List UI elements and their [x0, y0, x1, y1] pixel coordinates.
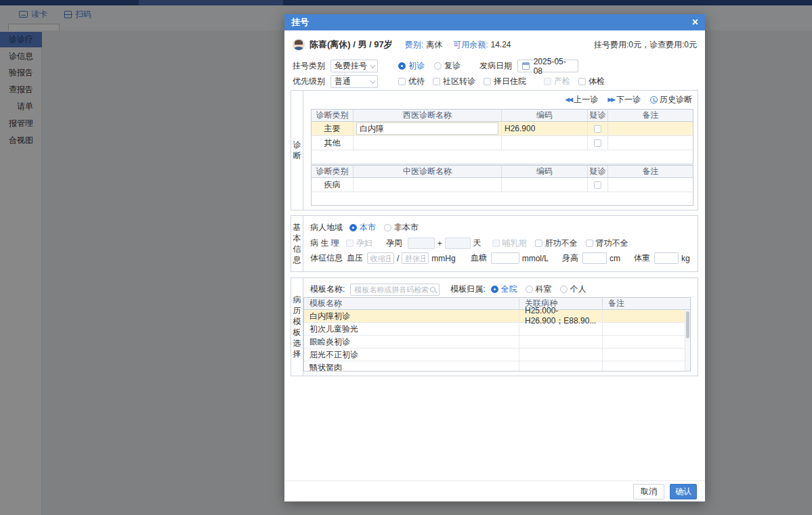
- history-diagnosis-link[interactable]: 历史诊断: [650, 94, 692, 106]
- liver-dysfunction-label: 肝功不全: [545, 238, 578, 249]
- scheduled-admission-label: 择日住院: [494, 76, 526, 87]
- physiology-row: 病 生 理 孕妇 孕周 + 天 哺乳期 肝功不全 肾功不全: [310, 237, 692, 250]
- lactation-label: 哺乳期: [503, 238, 527, 249]
- template-group-label: 病历模板选择: [291, 278, 303, 376]
- other-suspected-checkbox[interactable]: [594, 139, 601, 147]
- balance-label: 可用余额:: [453, 39, 488, 51]
- kidney-dysfunction-checkbox[interactable]: [586, 240, 593, 247]
- onset-date-label: 发病日期: [479, 60, 512, 72]
- height-input[interactable]: [582, 252, 607, 264]
- template-row-blepharitis[interactable]: 眼睑炎初诊: [304, 336, 690, 349]
- gestation-week-label: 孕周: [386, 238, 402, 249]
- physiology-label: 病 生 理: [310, 238, 339, 249]
- table-row-other-diagnosis[interactable]: 其他: [312, 136, 693, 150]
- template-table-scrollbar[interactable]: [685, 310, 690, 371]
- diagnosis-group: 诊断 ◀◀ 上一诊 ▶▶ 下一诊 历史诊断 诊断类别: [291, 90, 698, 210]
- priority-row: 优先级别 普通 优待 社区转诊 择日住院 产检 体检: [293, 75, 605, 88]
- diastolic-input[interactable]: [402, 252, 429, 264]
- close-icon[interactable]: ×: [692, 17, 698, 28]
- bp-unit-label: mmHg: [431, 254, 455, 263]
- confirm-button[interactable]: 确认: [670, 484, 697, 499]
- first-visit-label: 初诊: [408, 60, 425, 72]
- kidney-dysfunction-label: 肾功不全: [596, 238, 628, 249]
- owner-personal-radio[interactable]: [560, 286, 568, 293]
- reg-type-select[interactable]: 免费挂号: [330, 60, 378, 72]
- template-table: 模板名称 关联病种 备注 白内障初诊 H25.000-H26.900；E88.9…: [303, 297, 691, 372]
- template-row-child-optometry[interactable]: 初次儿童验光: [304, 323, 690, 336]
- fee-type-label: 费别:: [405, 39, 423, 51]
- dialog-header: 挂号 ×: [284, 14, 705, 30]
- tcm-suspected-checkbox[interactable]: [594, 181, 601, 189]
- template-table-header: 模板名称 关联病种 备注: [304, 298, 690, 310]
- chevron-down-icon: [370, 62, 375, 68]
- clock-icon: [650, 96, 658, 104]
- day-unit-label: 天: [473, 238, 482, 249]
- tcm-diagnosis-table: 诊断类别 中医诊断名称 编码 疑诊 备注 疾病: [311, 165, 693, 206]
- city-label: 本市: [360, 222, 376, 233]
- priority-select[interactable]: 普通: [330, 75, 378, 88]
- patient-name: 陈喜(离休) / 男 / 97岁: [309, 39, 393, 51]
- dialog-footer: 取消 确认: [284, 480, 705, 501]
- reg-type-label: 挂号类别: [293, 60, 325, 72]
- physical-exam-checkbox[interactable]: [578, 78, 586, 85]
- noncity-radio[interactable]: [384, 224, 391, 231]
- scrollbar-thumb[interactable]: [686, 311, 689, 338]
- template-search-input[interactable]: [354, 286, 430, 294]
- vitals-label: 体征信息: [310, 252, 343, 264]
- community-referral-label: 社区转诊: [443, 76, 475, 87]
- prev-visit-link[interactable]: ◀◀ 上一诊: [565, 94, 598, 106]
- liver-dysfunction-checkbox[interactable]: [535, 240, 542, 247]
- scheduled-admission-checkbox[interactable]: [484, 78, 491, 85]
- prenatal-checkbox: [544, 78, 551, 85]
- onset-date-input[interactable]: 2025-05-08: [517, 60, 578, 72]
- owner-dept-label: 科室: [536, 284, 552, 295]
- template-group: 病历模板选择 模板名称: 模板归属: 全院 科室 个人 模板名称 关联病种: [291, 277, 698, 376]
- table-row-disease-diagnosis[interactable]: 疾病: [312, 178, 693, 192]
- registration-type-row: 挂号类别 免费挂号 初诊 复诊 发病日期 2025-05-08: [293, 60, 578, 72]
- template-row-pterygium[interactable]: 翳状胬肉: [304, 361, 690, 372]
- return-visit-radio[interactable]: [434, 62, 442, 70]
- pregnant-checkbox: [346, 240, 354, 247]
- gestation-week-input: [408, 238, 435, 249]
- physical-exam-label: 体检: [589, 76, 605, 87]
- diagnosis-group-label: 诊断: [291, 91, 303, 210]
- west-table-header: 诊断类别 西医诊断名称 编码 疑诊 备注: [312, 110, 693, 122]
- search-icon: [430, 287, 435, 292]
- prenatal-label: 产检: [554, 76, 570, 87]
- template-row-refractive-error[interactable]: 屈光不正初诊: [304, 349, 690, 361]
- first-visit-radio[interactable]: [398, 62, 406, 70]
- next-visit-link[interactable]: ▶▶ 下一诊: [607, 94, 641, 106]
- table-row-main-diagnosis[interactable]: 主要 H26.900: [312, 122, 693, 136]
- template-row-cataract[interactable]: 白内障初诊 H25.000-H26.900；E88.90...: [304, 310, 690, 323]
- tcm-diagnosis-name: [354, 178, 502, 192]
- noncity-label: 非本市: [394, 222, 419, 233]
- basic-info-group: 基本信息 病人地域 本市 非本市 病 生 理 孕妇 孕周 + 天 哺乳期: [291, 215, 698, 272]
- weight-input[interactable]: [654, 252, 679, 264]
- west-diagnosis-table: 诊断类别 西医诊断名称 编码 疑诊 备注 主要 H26.900 其他: [311, 109, 693, 164]
- other-diagnosis-code: [502, 136, 588, 150]
- dialog-title: 挂号: [291, 16, 309, 28]
- onset-date-value: 2025-05-08: [534, 57, 574, 76]
- height-label: 身高: [562, 252, 578, 264]
- main-diagnosis-name-input[interactable]: [356, 122, 498, 135]
- height-unit-label: cm: [610, 254, 620, 263]
- region-row: 病人地域 本市 非本市: [310, 221, 692, 234]
- template-name-label: 模板名称:: [310, 284, 345, 295]
- owner-all-radio[interactable]: [491, 286, 498, 293]
- main-diagnosis-code: H26.900: [502, 122, 588, 135]
- main-suspected-checkbox[interactable]: [594, 125, 601, 133]
- template-search-box: [350, 284, 440, 296]
- community-referral-checkbox[interactable]: [433, 78, 440, 85]
- template-owner-label: 模板归属:: [450, 284, 485, 295]
- patient-summary-row: 陈喜(离休) / 男 / 97岁 费别: 离休 可用余额: 14.24 挂号费用…: [293, 36, 697, 53]
- patient-avatar: [293, 39, 305, 51]
- glucose-input[interactable]: [491, 252, 519, 264]
- vitals-row: 体征信息 血压 / mmHg 血糖 mmol/L 身高 cm 体重 kg: [310, 252, 692, 265]
- owner-dept-radio[interactable]: [526, 286, 533, 293]
- systolic-input[interactable]: [367, 252, 394, 264]
- balance-value: 14.24: [490, 40, 511, 49]
- cancel-button[interactable]: 取消: [633, 484, 664, 499]
- diagnosis-nav-links: ◀◀ 上一诊 ▶▶ 下一诊 历史诊断: [565, 94, 692, 106]
- city-radio[interactable]: [349, 224, 357, 231]
- preferential-checkbox[interactable]: [398, 78, 406, 85]
